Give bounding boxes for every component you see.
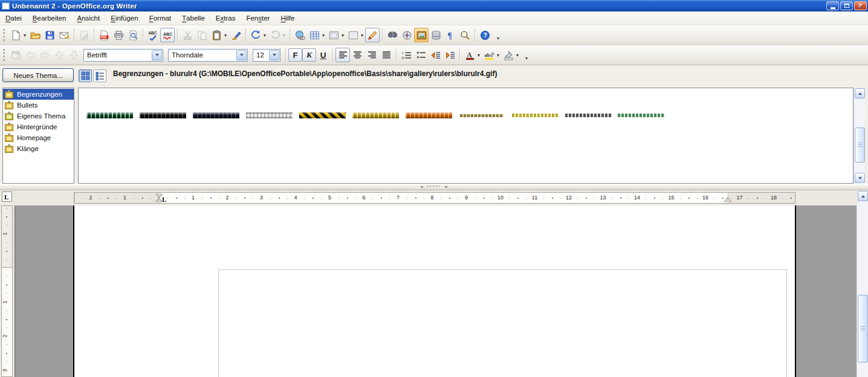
format-paintbrush-button[interactable] <box>228 28 243 42</box>
find-replace-button[interactable] <box>385 28 400 42</box>
document-scrollbar[interactable] <box>857 190 868 377</box>
gallery-item-green-chain[interactable] <box>615 108 668 123</box>
background-color-button[interactable] <box>501 48 516 62</box>
theme-item-begrenzungen[interactable]: Begrenzungen <box>3 89 74 100</box>
insert-frame-button[interactable] <box>326 28 341 42</box>
edit-file-button[interactable] <box>77 28 91 42</box>
gallery-item-orange-ruler[interactable] <box>402 108 455 123</box>
font-name-combo-dropdown-icon[interactable] <box>236 50 247 60</box>
horizontal-ruler[interactable]: 21123456789101112131415161718L <box>74 192 795 204</box>
highlighting-dropdown-icon[interactable]: ▾ <box>495 53 501 58</box>
cut-button[interactable] <box>180 28 195 42</box>
align-center-button[interactable] <box>350 48 364 62</box>
paste-button[interactable] <box>209 28 224 42</box>
menu-item-tabelle[interactable]: Tabelle <box>177 11 210 25</box>
highlighting-button[interactable]: ab <box>482 48 496 62</box>
previous-button[interactable] <box>23 48 37 62</box>
font-color-dropdown-icon[interactable]: ▾ <box>476 53 482 58</box>
align-left-button[interactable] <box>335 48 350 62</box>
toolbar-overflow-icon[interactable]: ▾ <box>522 48 531 62</box>
scroll-thumb[interactable] <box>855 127 865 163</box>
document-page[interactable] <box>73 205 796 377</box>
bold-button[interactable]: F <box>288 48 302 62</box>
font-color-button[interactable]: A <box>462 48 477 62</box>
gallery-item-dark-blue-ruler[interactable] <box>189 108 242 123</box>
minimize-button[interactable] <box>826 1 839 10</box>
background-color-dropdown-icon[interactable]: ▾ <box>514 53 520 58</box>
menu-item-bearbeiten[interactable]: Bearbeiten <box>27 11 72 25</box>
insert-frame-dropdown-icon[interactable]: ▾ <box>340 33 346 38</box>
navigator-button[interactable] <box>400 28 414 42</box>
underline-button[interactable]: U <box>316 48 330 62</box>
font-name-combo[interactable]: Thorndale <box>168 49 248 62</box>
menu-item-einfügen[interactable]: Einfügen <box>105 11 143 25</box>
increase-indent-button[interactable] <box>442 48 457 62</box>
autospellcheck-button[interactable]: ABC <box>160 28 175 42</box>
toolbar-grip[interactable] <box>3 49 5 61</box>
bullet-list-button[interactable] <box>413 48 428 62</box>
move-up-button[interactable] <box>52 48 66 62</box>
copy-button[interactable] <box>195 28 209 42</box>
menu-item-hilfe[interactable]: Hilfe <box>275 11 300 25</box>
menu-item-ansicht[interactable]: Ansicht <box>72 11 106 25</box>
toolbar-grip[interactable] <box>3 29 5 41</box>
tab-type-selector[interactable]: L <box>2 192 12 202</box>
help-button[interactable]: ? <box>478 28 492 42</box>
new-document-dropdown-icon[interactable]: ▾ <box>22 33 28 38</box>
gallery-item-tan-chain[interactable] <box>455 108 508 123</box>
gallery-item-black-yellow-ruler[interactable] <box>296 108 349 123</box>
insert-table-button[interactable] <box>307 28 322 42</box>
font-size-combo[interactable]: 12 <box>253 49 280 62</box>
spellcheck-button[interactable]: ABC <box>146 28 160 42</box>
font-size-combo-dropdown-icon[interactable] <box>269 50 279 60</box>
right-indent-marker[interactable] <box>724 198 731 202</box>
gallery-item-blurred-gray-ruler[interactable] <box>242 108 296 123</box>
detail-view-button[interactable] <box>93 69 106 82</box>
insert-section-button[interactable] <box>346 28 360 42</box>
insert-section-dropdown-icon[interactable]: ▾ <box>359 33 365 38</box>
move-down-button[interactable] <box>66 48 81 62</box>
data-sources-button[interactable] <box>429 28 443 42</box>
icon-view-button[interactable] <box>79 69 92 82</box>
print-button[interactable] <box>111 28 126 42</box>
theme-item-eigenes-thema[interactable]: Eigenes Thema <box>3 111 74 121</box>
scroll-up-button[interactable] <box>858 191 868 201</box>
numbered-list-button[interactable]: III <box>399 48 413 62</box>
menu-item-format[interactable]: Format <box>144 11 177 25</box>
new-theme-button[interactable]: Neues Thema... <box>2 68 74 82</box>
menu-item-datei[interactable]: Datei <box>0 11 27 25</box>
new-document-button[interactable] <box>8 28 23 42</box>
styles-and-formatting-button[interactable] <box>8 48 23 62</box>
formatting-marks-button[interactable]: ¶ <box>443 28 458 42</box>
email-document-button[interactable] <box>57 28 71 42</box>
paragraph-style-combo-dropdown-icon[interactable] <box>152 50 162 60</box>
page-preview-button[interactable] <box>126 28 140 42</box>
draw-functions-button[interactable] <box>365 28 380 42</box>
scroll-down-button[interactable] <box>855 173 865 183</box>
gallery-item-yellow-chain[interactable] <box>508 108 562 123</box>
insert-table-dropdown-icon[interactable]: ▾ <box>320 33 326 38</box>
gallery-item-gray-chain[interactable] <box>562 108 615 123</box>
gallery-item-black-ruler[interactable] <box>136 108 189 123</box>
redo-dropdown-icon[interactable]: ▾ <box>281 33 287 38</box>
theme-item-bullets[interactable]: Bullets <box>3 100 74 111</box>
theme-item-homepage[interactable]: Homepage <box>3 132 74 143</box>
gallery-preview[interactable] <box>78 88 853 184</box>
undo-dropdown-icon[interactable]: ▾ <box>262 33 268 38</box>
gallery-splitter[interactable]: ••••• <box>0 184 868 190</box>
theme-item-klänge[interactable]: Klänge <box>3 143 74 154</box>
zoom-button[interactable] <box>458 28 472 42</box>
scroll-thumb[interactable] <box>858 295 868 362</box>
save-button[interactable] <box>42 28 57 42</box>
title-bar[interactable]: Unbenannt 2 - OpenOffice.org Writer × <box>0 0 868 11</box>
paste-dropdown-icon[interactable]: ▾ <box>222 33 228 38</box>
undo-button[interactable] <box>248 28 263 42</box>
gallery-item-green-ruler[interactable] <box>83 108 136 123</box>
redo-button[interactable] <box>268 28 282 42</box>
scroll-up-button[interactable] <box>855 88 865 98</box>
gallery-button[interactable] <box>414 28 429 42</box>
hyperlink-button[interactable] <box>293 28 307 42</box>
paragraph-style-combo[interactable]: Betrifft <box>83 49 163 62</box>
menu-item-fenster[interactable]: Fenster <box>241 11 275 25</box>
align-justify-button[interactable] <box>379 48 394 62</box>
